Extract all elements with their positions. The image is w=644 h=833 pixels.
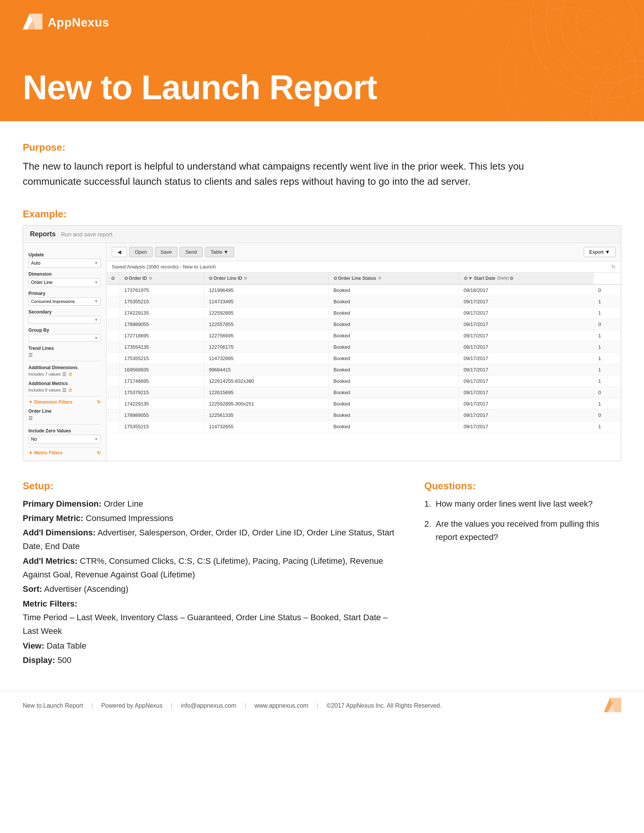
- table-row: 171746695122614255-832x380Booked09/17/20…: [106, 375, 621, 387]
- table-cell: 172718695: [120, 330, 204, 341]
- open-button[interactable]: Open: [129, 247, 153, 257]
- table-cell: 09/17/2017: [459, 296, 593, 307]
- reports-header: Reports Run and save report: [23, 226, 621, 243]
- purpose-label: Purpose:: [23, 142, 621, 153]
- sidebar-includezero-select[interactable]: No ▼: [28, 435, 101, 444]
- table-cell: 114732895: [204, 352, 329, 364]
- setup-items: Primary Dimension: Order LinePrimary Met…: [23, 497, 402, 667]
- refresh-icon-2[interactable]: ↻: [97, 450, 101, 455]
- save-button[interactable]: Save: [155, 247, 178, 257]
- reports-ui: Reports Run and save report Update Auto …: [23, 225, 621, 461]
- back-button[interactable]: ◀: [112, 247, 127, 257]
- list-icon-3[interactable]: ☰: [62, 388, 67, 393]
- svg-point-1: [546, 0, 644, 83]
- list-icon[interactable]: ☰: [28, 352, 33, 358]
- chevron-down-icon-3: ▼: [94, 299, 98, 303]
- sidebar-adddim-label: Additional Dimensions: [28, 365, 101, 370]
- refresh-icon[interactable]: ↻: [97, 399, 101, 405]
- header-bg-pattern: [379, 0, 644, 121]
- table-cell: 174229135: [120, 398, 204, 409]
- export-button[interactable]: Export ▼: [584, 247, 616, 257]
- list-icon-2[interactable]: ☰: [62, 371, 67, 377]
- setup-item: Display: 500: [23, 653, 402, 667]
- table-cell: 1: [594, 307, 621, 318]
- table-cell: 122756695: [204, 330, 329, 341]
- table-cell: 173554135: [120, 341, 204, 352]
- table-cell: 122614255-832x380: [204, 375, 329, 387]
- table-cell: 1: [594, 296, 621, 307]
- row-checkbox: [106, 307, 120, 318]
- sidebar-groupby-select[interactable]: ▼: [28, 334, 101, 342]
- table-row: 174229135122592895-300x251Booked09/17/20…: [106, 398, 621, 409]
- sidebar-secondary-select[interactable]: ▼: [28, 316, 101, 324]
- row-checkbox: [106, 296, 120, 307]
- sidebar-primary-select[interactable]: Consumed Impressions ▼: [28, 297, 101, 306]
- header: AppNexus New to Launch Report: [0, 0, 644, 121]
- table-cell: 122592895: [204, 307, 329, 318]
- sidebar-update-select[interactable]: Auto ▼: [28, 259, 101, 268]
- col-header-start-date[interactable]: ⊙ ▼ Start Date (Daily) ⊙: [459, 273, 593, 285]
- reports-subtitle: Run and save report: [61, 231, 113, 237]
- svg-point-6: [530, 38, 606, 114]
- table-cell: 122615695: [204, 387, 329, 398]
- col-header-order-line-id[interactable]: ⊙ Order Line ID ⊙: [204, 273, 329, 285]
- table-row: 178989055122561335Booked09/17/20170: [106, 409, 621, 421]
- questions-label: Questions:: [424, 480, 621, 492]
- sidebar-dimension-select[interactable]: Order Line ▼: [28, 278, 101, 287]
- refresh-icon-3[interactable]: ↻: [612, 264, 616, 270]
- table-cell: 0: [594, 409, 621, 421]
- saved-analysis-text: Saved Analysis (3080 records) - New to L…: [112, 264, 216, 270]
- table-row: 173761975121996495Booked09/18/20170: [106, 285, 621, 296]
- row-checkbox: [106, 341, 120, 352]
- example-label: Example:: [23, 208, 621, 220]
- table-cell: 122706175: [204, 341, 329, 352]
- settings-icon-2[interactable]: ⚙: [68, 388, 73, 393]
- table-cell: 178989055: [120, 318, 204, 330]
- sidebar-trendlines-row: ☰: [28, 352, 101, 358]
- table-button[interactable]: Table ▼: [205, 247, 234, 257]
- example-section: Example: Reports Run and save report Upd…: [23, 208, 621, 461]
- row-checkbox: [106, 285, 120, 296]
- chevron-down-icon-5: ▼: [94, 336, 98, 340]
- sidebar-secondary-label: Secondary: [28, 309, 101, 315]
- table-cell: 178989055: [120, 409, 204, 421]
- settings-icon[interactable]: ⚙: [68, 371, 73, 377]
- table-row: 172718695122756695Booked09/17/20171: [106, 330, 621, 341]
- setup-item: Sort: Advertiser (Ascending): [23, 582, 402, 596]
- row-checkbox: [106, 421, 120, 432]
- setup-item: View: Data Table: [23, 639, 402, 653]
- send-button[interactable]: Send: [180, 247, 202, 257]
- table-cell: 99684415: [204, 364, 329, 375]
- table-cell: 09/17/2017: [459, 364, 593, 375]
- sidebar-adddim-row: Includes 7 values ☰ ⚙: [28, 371, 101, 377]
- setup-item: Add'l Dimensions: Advertiser, Salesperso…: [23, 526, 402, 553]
- sidebar-groupby-label: Group By: [28, 328, 101, 333]
- chevron-down-icon-2: ▼: [94, 280, 98, 285]
- reports-info-bar: Saved Analysis (3080 records) - New to L…: [106, 261, 621, 273]
- col-header-order-id[interactable]: ⊙ Order ID ⊙: [120, 273, 204, 285]
- setup-item: Primary Metric: Consumed Impressions: [23, 511, 402, 525]
- table-cell: 173761975: [120, 285, 204, 296]
- purpose-section: Purpose: The new to launch report is hel…: [23, 142, 621, 189]
- list-icon-4[interactable]: ☰: [28, 415, 33, 421]
- col-header-status[interactable]: ⊙ Order Line Status ⊙: [329, 273, 459, 285]
- chevron-down-icon-6: ▼: [94, 437, 98, 441]
- sort-icon: ⊙: [111, 276, 115, 281]
- table-row: 16956893599684415Booked09/17/20171: [106, 364, 621, 375]
- sidebar-orderline-label: Order Line: [28, 408, 101, 414]
- footer-item-2: info@appnexus.com: [181, 703, 236, 709]
- table-cell: 1: [594, 352, 621, 364]
- table-row: 175379215122615695Booked09/17/20170: [106, 387, 621, 398]
- appnexus-logo-icon: [23, 14, 42, 31]
- table-cell: Booked: [329, 387, 459, 398]
- table-body: 173761975121996495Booked09/18/2017017535…: [106, 285, 621, 433]
- table-cell: Booked: [329, 375, 459, 387]
- table-cell: 1: [594, 398, 621, 409]
- bottom-section: Setup: Primary Dimension: Order LinePrim…: [23, 480, 621, 691]
- table-header: ⊙ ⊙ Order ID ⊙: [106, 273, 621, 285]
- sort-icon-3: ⊙: [333, 276, 337, 281]
- sidebar-dimfilter-label: ▼ Dimension Filters ↻: [28, 399, 101, 405]
- sidebar-adddim-value: Includes 7 values: [28, 372, 61, 376]
- setup-item: Primary Dimension: Order Line: [23, 497, 402, 511]
- table-cell: Booked: [329, 307, 459, 318]
